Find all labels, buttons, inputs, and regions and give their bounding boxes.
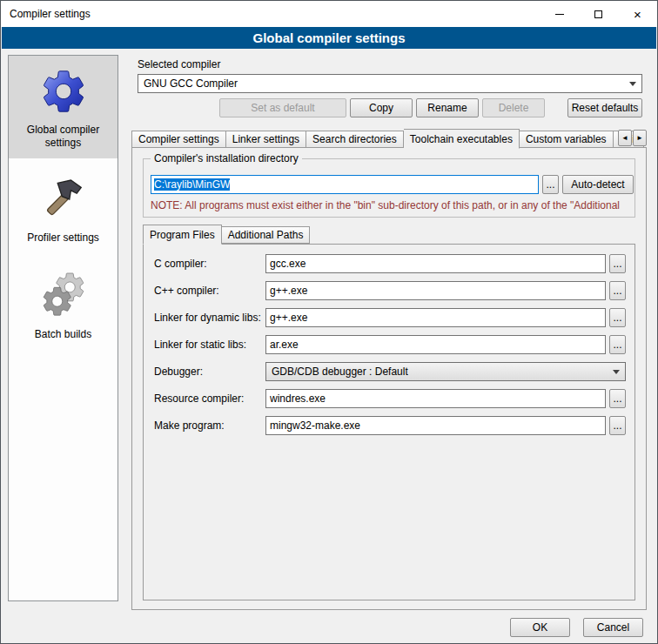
tab-linker-settings[interactable]: Linker settings	[226, 131, 306, 148]
dialog-header: Global compiler settings	[2, 27, 656, 49]
reset-defaults-button[interactable]: Reset defaults	[567, 98, 642, 117]
compiler-settings-window: Compiler settings × Global compiler sett…	[0, 0, 658, 644]
dynamic-linker-label: Linker for dynamic libs:	[154, 312, 265, 324]
field-row-resource-compiler: Resource compiler: ...	[154, 389, 626, 408]
field-row-cpp-compiler: C++ compiler: ...	[154, 281, 626, 300]
settings-tabbar: Compiler settings Linker settings Search…	[131, 128, 647, 148]
subtab-additional-paths[interactable]: Additional Paths	[222, 226, 311, 244]
static-linker-input[interactable]	[265, 335, 606, 354]
cancel-button[interactable]: Cancel	[583, 618, 643, 637]
tab-search-directories[interactable]: Search directories	[306, 131, 404, 148]
program-files-rows: C compiler: ... C++ compiler: ... Linker…	[144, 245, 634, 435]
dynamic-linker-input[interactable]	[265, 308, 606, 327]
resource-compiler-label: Resource compiler:	[154, 392, 265, 405]
debugger-select[interactable]: GDB/CDB debugger : Default	[265, 362, 626, 381]
debugger-label: Debugger:	[154, 366, 265, 378]
make-program-browse-button[interactable]: ...	[609, 416, 626, 435]
chevron-down-icon	[613, 370, 620, 374]
cpp-compiler-label: C++ compiler:	[154, 285, 265, 297]
field-row-debugger: Debugger: GDB/CDB debugger : Default	[154, 362, 626, 381]
chevron-down-icon	[629, 82, 636, 86]
close-icon: ×	[634, 8, 641, 21]
window-controls: ×	[540, 1, 657, 27]
autodetect-button[interactable]: Auto-detect	[562, 175, 634, 194]
sidebar: Global compiler settings Profiler settin…	[8, 55, 118, 601]
install-dir-groupbox-legend: Compiler's installation directory	[151, 152, 302, 164]
compiler-select[interactable]: GNU GCC Compiler	[138, 74, 642, 93]
sidebar-item-label: Global compiler settings	[12, 124, 114, 150]
minimize-button[interactable]	[540, 1, 579, 27]
tab-scrollers: ◄ ►	[617, 130, 647, 146]
ok-button[interactable]: OK	[510, 618, 570, 637]
field-row-dynamic-linker: Linker for dynamic libs: ...	[154, 308, 626, 327]
sidebar-item-global-compiler-settings[interactable]: Global compiler settings	[9, 56, 118, 158]
make-program-input[interactable]	[265, 416, 606, 435]
cpp-compiler-input[interactable]	[265, 281, 606, 300]
maximize-button[interactable]	[579, 1, 618, 27]
make-program-label: Make program:	[154, 419, 265, 432]
maximize-icon	[594, 10, 602, 18]
field-row-make-program: Make program: ...	[154, 416, 626, 435]
minimize-icon	[555, 14, 564, 15]
tab-scroll-right-button[interactable]: ►	[633, 130, 647, 146]
c-compiler-input[interactable]	[265, 254, 606, 273]
install-dir-selected-text: C:\raylib\MinGW	[154, 178, 230, 191]
note-text: NOTE: All programs must exist either in …	[151, 199, 633, 211]
field-row-c-compiler: C compiler: ...	[154, 254, 626, 273]
debugger-select-value: GDB/CDB debugger : Default	[272, 366, 608, 378]
sidebar-item-profiler-settings[interactable]: Profiler settings	[9, 164, 118, 253]
c-compiler-label: C compiler:	[154, 258, 265, 270]
sidebar-item-batch-builds[interactable]: Batch builds	[9, 258, 118, 350]
blue-gear-icon	[38, 66, 89, 117]
field-row-static-linker: Linker for static libs: ...	[154, 335, 626, 354]
dynamic-linker-browse-button[interactable]: ...	[609, 308, 626, 327]
toolchain-executables-panel: Compiler's installation directory C:\ray…	[131, 147, 647, 610]
resource-compiler-browse-button[interactable]: ...	[609, 389, 626, 408]
c-compiler-browse-button[interactable]: ...	[609, 254, 626, 273]
tab-scroll-left-button[interactable]: ◄	[618, 130, 632, 146]
program-files-panel: C compiler: ... C++ compiler: ... Linker…	[143, 244, 635, 600]
compiler-select-value: GNU GCC Compiler	[144, 77, 624, 90]
delete-button[interactable]: Delete	[482, 98, 545, 117]
toolchain-subtabbar: Program Files Additional Paths	[143, 225, 310, 244]
copy-button[interactable]: Copy	[350, 98, 413, 117]
subtab-program-files[interactable]: Program Files	[143, 225, 222, 245]
sidebar-item-label: Batch builds	[35, 328, 91, 341]
sidebar-item-label: Profiler settings	[27, 231, 99, 245]
selected-compiler-label: Selected compiler	[138, 58, 220, 70]
gray-gears-icon	[38, 269, 89, 321]
tab-compiler-settings[interactable]: Compiler settings	[131, 131, 226, 148]
window-title: Compiler settings	[1, 8, 540, 20]
install-dir-input[interactable]: C:\raylib\MinGW	[151, 175, 539, 194]
rename-button[interactable]: Rename	[416, 98, 479, 117]
install-dir-row: C:\raylib\MinGW ... Auto-detect	[151, 175, 628, 194]
close-button[interactable]: ×	[618, 1, 657, 27]
cpp-compiler-browse-button[interactable]: ...	[609, 281, 626, 300]
profiler-tool-icon	[40, 174, 87, 225]
compiler-toolbar: Set as default Copy Rename Delete Reset …	[219, 98, 642, 117]
set-as-default-button[interactable]: Set as default	[219, 98, 346, 117]
static-linker-browse-button[interactable]: ...	[609, 335, 626, 354]
tab-custom-variables[interactable]: Custom variables	[520, 131, 614, 148]
install-dir-browse-button[interactable]: ...	[542, 175, 559, 194]
static-linker-label: Linker for static libs:	[154, 339, 265, 351]
install-dir-groupbox: Compiler's installation directory C:\ray…	[143, 158, 635, 218]
titlebar: Compiler settings ×	[1, 1, 657, 27]
resource-compiler-input[interactable]	[265, 389, 606, 408]
tab-toolchain-executables[interactable]: Toolchain executables	[404, 129, 520, 149]
